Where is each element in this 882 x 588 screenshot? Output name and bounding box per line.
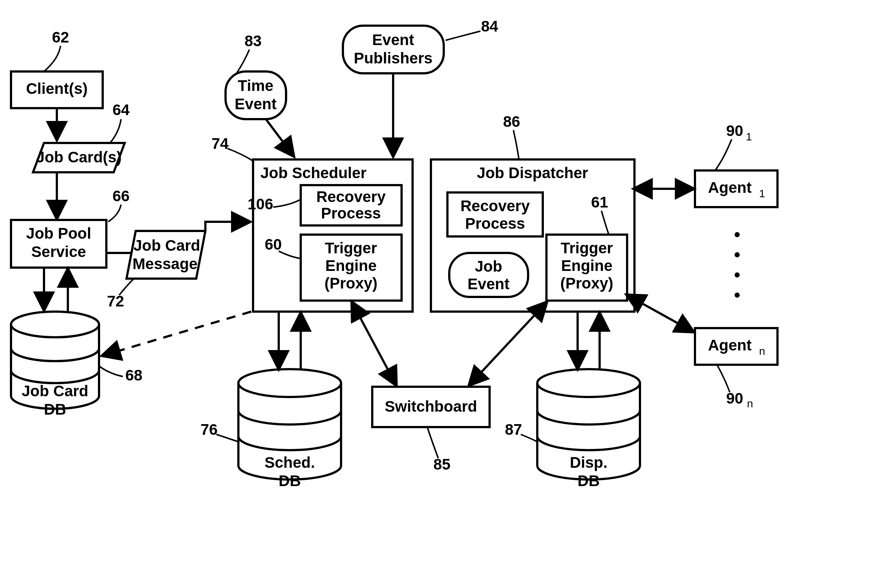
dispdb-top [537,369,640,397]
timeevent-label2: Event [235,95,276,112]
lead-87 [521,434,537,442]
ref-61: 61 [591,194,609,211]
ref-74: 74 [212,135,229,152]
jobevent-label1: Job [475,258,502,275]
agent-dot3 [735,272,740,278]
timeevent-label1: Time [237,77,273,94]
jobcarddb-label1: Job Card [22,382,89,400]
lead-62 [44,46,60,72]
arrow-sched-db-dash [103,312,251,356]
ref-90-ns: n [747,398,753,410]
jobdispatcher-label: Job Dispatcher [477,164,588,182]
ref-66: 66 [113,188,130,204]
scheddb-label1: Sched. [264,454,315,471]
jobcardmsg-label2: Message [132,255,197,272]
trigger-disp-label3: (Proxy) [560,274,613,292]
jobcards-label: Job Card(s) [36,148,122,166]
recovery-disp-label2: Process [465,215,525,232]
trigger-sched-label1: Trigger [325,239,377,256]
agent-dot2 [735,252,740,257]
agent-dot4 [735,292,740,298]
lead-901 [715,139,732,171]
trigger-disp-label2: Engine [561,257,613,274]
ref-85: 85 [433,456,451,473]
ref-62: 62 [52,28,69,46]
jobcarddb-r1 [11,348,99,361]
jobcarddb-label2: DB [44,400,66,418]
architecture-diagram: Client(s) 62 Job Card(s) 64 Job Pool Ser… [0,0,882,588]
jobcardmsg-label1: Job Card [134,237,200,254]
eventpub-label2: Publishers [354,50,433,67]
lead-90n [717,365,730,392]
ref-68: 68 [125,367,143,384]
jobpool-label1: Job Pool [26,225,91,242]
arrow-disp-agentn [627,295,693,332]
lead-72 [119,279,134,295]
arrow-schedtrig-switch [352,302,396,385]
dispdb-r1 [537,411,640,424]
lead-86 [514,130,519,159]
ref-76: 76 [201,421,218,438]
clients-label: Client(s) [26,80,88,97]
lead-85 [427,427,438,458]
jobcarddb-r2 [11,370,99,383]
switchboard-label: Switchboard [385,398,477,415]
trigger-sched-label2: Engine [325,257,377,274]
ref-72: 72 [107,292,124,310]
dispdb-label1: Disp. [570,454,608,471]
ref-90-n: 90 [726,390,743,407]
ref-64: 64 [113,101,130,118]
arrow-disptrig-switch [469,302,547,385]
scheddb-top [238,369,341,397]
ref-84: 84 [481,18,498,35]
ref-90-1: 90 [726,122,743,139]
dispdb-r2 [537,436,640,450]
agent1-label: Agent [708,179,752,196]
agentn-label: Agent [708,336,752,354]
scheddb-r2 [238,436,341,450]
agent1-sub: 1 [759,188,765,200]
recovery-sched-label2: Process [321,204,381,222]
lead-83 [237,50,249,74]
ref-83: 83 [245,32,262,50]
agent-dot1 [735,232,740,237]
jobcarddb-top [11,312,99,337]
scheddb-label2: DB [279,472,301,489]
lead-68 [100,367,123,376]
ref-86: 86 [503,113,520,130]
lead-84 [446,31,481,40]
agentn-sub: n [759,345,765,357]
ref-87: 87 [505,421,522,438]
lead-76 [216,434,238,442]
jobevent-label2: Event [467,275,509,292]
eventpub-label1: Event [372,31,414,48]
ref-106: 106 [248,195,273,213]
dispdb-label2: DB [578,472,600,489]
lead-66 [108,204,121,222]
recovery-disp-label1: Recovery [460,197,530,214]
lead-64 [110,119,121,143]
jobscheduler-label: Job Scheduler [260,164,367,182]
ref-60: 60 [265,236,282,253]
jobpool-label2: Service [31,243,86,260]
ref-90-1s: 1 [746,130,752,142]
arrow-time-sched [266,119,293,156]
trigger-sched-label3: (Proxy) [325,274,378,292]
scheddb-r1 [238,411,341,424]
lead-74 [227,148,252,160]
recovery-sched-label1: Recovery [316,188,386,205]
trigger-disp-label1: Trigger [561,239,613,256]
arrow-msg-sched [205,222,249,231]
